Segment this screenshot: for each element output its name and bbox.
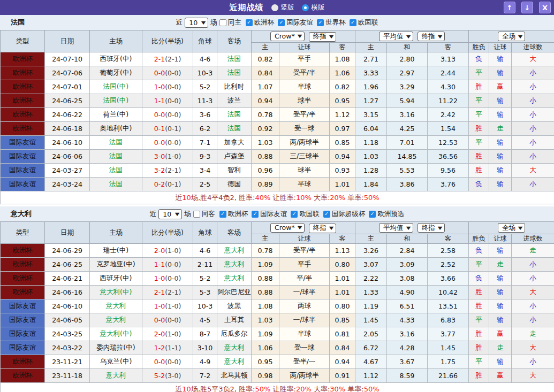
full-match-select[interactable]: 全场▼: [498, 32, 525, 41]
competition-checkbox[interactable]: ✓国际友谊: [252, 210, 287, 219]
odds-away-cell: 1.01: [330, 286, 355, 299]
final-index-select[interactable]: 终指▼: [309, 224, 336, 233]
handicap-cell: 两/两球半: [279, 136, 330, 150]
odds-home-cell: 0.94: [252, 94, 279, 108]
score-cell: 2-1(2-1): [142, 52, 193, 66]
radio-label-text: 横版: [312, 3, 325, 12]
competition-checkbox[interactable]: ✓欧洲杯: [219, 210, 248, 219]
summary-value: 30%: [330, 385, 345, 392]
corner-cell: 7-2: [193, 369, 217, 383]
matches-table: 类型 日期 主场 比分(半场) 角球 客场 Crow*▼ 终指▼ 平均值▼ 终指…: [0, 30, 554, 204]
summary-row: 近10场,胜4平4负2, 胜率:40% 让胜率:10% 大率:20% 单率:50…: [1, 191, 554, 204]
layout-radio-horizontal[interactable]: 横版: [302, 3, 325, 12]
match-row: 欧洲杯24-06-25克罗地亚(中)1-1(0-0)2-11意大利1.09平手0…: [1, 258, 554, 272]
away-team-cell: 加拿大: [217, 136, 252, 150]
move-down-button[interactable]: ↓: [521, 2, 533, 13]
competition-checkbox[interactable]: ✓欧洲杯: [246, 18, 275, 27]
chevron-down-icon: ▼: [406, 34, 411, 39]
summary-row: 近10场,胜5平3负2, 胜率:50% 让胜率:20% 大率:30% 单率:50…: [1, 383, 554, 392]
competition-label: 欧国联: [299, 210, 320, 219]
away-team-cell: 波兰: [217, 94, 252, 108]
close-button[interactable]: X: [539, 2, 551, 13]
final-index-select[interactable]: 终指▼: [309, 32, 336, 42]
summary-label: 场,胜5平3负2, 胜率:: [191, 385, 255, 392]
handicap-cell: 一/球半: [279, 313, 330, 327]
summary-value: 10%: [296, 194, 312, 202]
matches-tbody: 欧洲杯24-07-10西班牙(中)2-1(2-1)4-6法国0.82平手1.08…: [1, 52, 554, 191]
corner-cell: 10-3: [193, 299, 217, 313]
corner-cell: 3-4: [193, 164, 217, 178]
col-score: 比分(半场): [142, 30, 193, 52]
chevron-down-icon: ▼: [297, 34, 302, 39]
home-team-cell: 意大利: [90, 313, 142, 327]
competition-checkbox[interactable]: ✓欧国联: [291, 210, 320, 219]
match-date-cell: 24-03-22: [45, 341, 90, 355]
title-group: 近期战绩 竖版 横版: [230, 3, 325, 13]
avg-home-cell: 1.28: [355, 164, 387, 178]
section-header: 意大利 近 10 ▼ 场 同客 ✓欧洲杯✓国际友谊✓欧国联✓国际超级杯✓欧洲预选: [0, 206, 554, 221]
away-team-cell: 法国: [217, 108, 252, 122]
col-avg-away: 客: [428, 43, 469, 52]
odds-home-cell: 1.07: [252, 80, 279, 94]
result-goals-cell: 小: [512, 150, 554, 164]
result-goals-cell: 走: [512, 244, 554, 258]
col-avg-draw: 和: [387, 234, 428, 244]
full-match-select[interactable]: 全场▼: [498, 223, 525, 233]
col-corner: 角球: [193, 30, 217, 52]
competition-checkbox[interactable]: ✓欧国联: [350, 18, 378, 27]
match-row: 国际友谊24-06-05意大利0-0(0-0)4-5土耳其1.03一/球半0.8…: [1, 313, 554, 327]
corner-cell: 8-7: [193, 327, 217, 341]
handicap-cell: 受一球: [279, 122, 330, 136]
chevron-down-icon: ▼: [406, 226, 411, 230]
move-up-button[interactable]: ↑: [504, 2, 515, 13]
match-row: 国际友谊24-03-22委内瑞拉(中)1-2(1-1)3-10意大利1.06受一…: [1, 341, 554, 355]
competition-label: 欧洲杯: [228, 210, 248, 219]
result-handicap-cell: 输: [489, 355, 512, 369]
checkbox-checked-icon: ✓: [369, 211, 376, 218]
recent-count-value: 10: [163, 210, 171, 218]
recent-count-select[interactable]: 10 ▼: [185, 18, 208, 28]
average-select[interactable]: 平均值▼: [379, 32, 413, 41]
same-venue-checkbox[interactable]: 同主: [219, 18, 241, 27]
summary-value: 50%: [364, 194, 380, 202]
final-index-select[interactable]: 终指▼: [418, 32, 445, 41]
home-team-cell: 奥地利(中): [90, 122, 142, 136]
layout-radio-vertical[interactable]: 竖版: [271, 3, 294, 12]
competition-checkbox[interactable]: ✓世界杯: [317, 18, 346, 27]
same-venue-label: 同主: [228, 18, 241, 27]
score-cell: 5-2(3-0): [142, 369, 193, 383]
competition-checkbox[interactable]: ✓国际超级杯: [323, 210, 366, 219]
match-date-cell: 24-06-29: [45, 244, 90, 258]
competition-checkbox[interactable]: ✓欧洲预选: [369, 210, 404, 219]
odds-home-cell: 0.78: [252, 244, 279, 258]
match-type-cell: 欧洲杯: [1, 80, 45, 94]
result-handicap-cell: 输: [489, 66, 512, 80]
result-handicap-cell: 输: [489, 52, 512, 66]
away-team-cell: 比利时: [217, 80, 252, 94]
odds-away-cell: 0.97: [330, 122, 355, 136]
panel-title: 近期战绩: [230, 3, 264, 13]
bookmaker-select[interactable]: Crow*▼: [270, 32, 305, 41]
result-handicap-cell: 走: [489, 341, 512, 355]
final-index-select[interactable]: 终指▼: [418, 223, 445, 233]
result-wdl-cell: 胜: [469, 150, 489, 164]
odds-away-cell: 0.85: [330, 313, 355, 327]
col-score: 比分(半场): [142, 222, 193, 244]
handicap-cell: 两/两球半: [279, 369, 330, 383]
away-team-cell: 意大利: [217, 272, 252, 286]
bookmaker-select[interactable]: Crow*▼: [270, 223, 305, 233]
recent-count-select[interactable]: 10 ▼: [158, 209, 182, 219]
competition-checkbox[interactable]: ✓国际友谊: [278, 18, 313, 27]
same-venue-checkbox[interactable]: 同客: [193, 210, 215, 219]
avg-away-cell: 6.83: [428, 313, 469, 327]
avg-away-cell: 3.76: [428, 178, 469, 191]
col-goals: 进球数: [512, 43, 554, 52]
average-odds-header: 平均值▼ 终指▼: [355, 30, 469, 43]
competition-filters: ✓欧洲杯✓国际友谊✓世界杯✓欧国联: [246, 18, 378, 27]
summary-label: 让胜率:: [270, 385, 296, 392]
odds-away-cell: 0.91: [330, 369, 355, 383]
match-type-cell: 国际友谊: [1, 164, 45, 178]
average-select[interactable]: 平均值▼: [379, 223, 413, 233]
odds-home-cell: 1.06: [252, 341, 279, 355]
avg-away-cell: 2.42: [428, 108, 469, 122]
